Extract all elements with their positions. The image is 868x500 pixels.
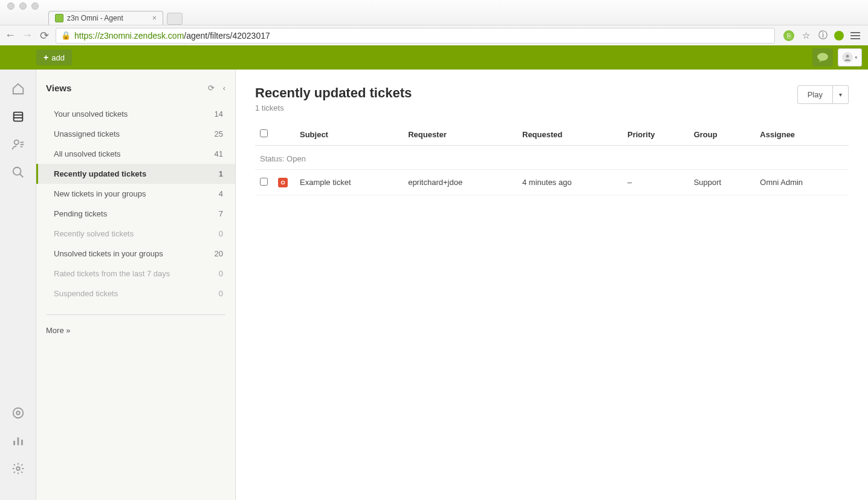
back-button[interactable]: ←	[5, 29, 16, 42]
col-requested[interactable]: Requested	[517, 123, 623, 146]
view-item-label: Unassigned tickets	[54, 129, 120, 138]
window-zoom-icon[interactable]	[31, 2, 39, 10]
views-divider	[46, 314, 225, 315]
view-item[interactable]: All unsolved tickets41	[36, 144, 235, 164]
group-heading: Status: Open	[255, 146, 849, 170]
lock-icon: 🔒	[61, 31, 71, 40]
admin-icon[interactable]	[11, 406, 25, 420]
views-list: Your unsolved tickets14Unassigned ticket…	[46, 104, 225, 304]
cell-requested: 4 minutes ago	[517, 170, 623, 195]
view-item-label: Your unsolved tickets	[54, 109, 128, 119]
select-all-checkbox[interactable]	[260, 129, 268, 137]
views-title: Views	[46, 83, 71, 93]
view-item-count: 1	[219, 169, 223, 178]
tab-close-icon[interactable]: ×	[152, 14, 157, 22]
view-item-count: 20	[215, 249, 223, 258]
table-header-row: Subject Requester Requested Priority Gro…	[255, 123, 849, 146]
view-item-count: 0	[219, 269, 223, 278]
view-item[interactable]: Unassigned tickets25	[36, 124, 235, 144]
view-item-label: New tickets in your groups	[54, 189, 146, 198]
view-item[interactable]: Suspended tickets0	[36, 284, 235, 304]
window-controls	[0, 0, 868, 9]
info-icon[interactable]: ⓘ	[817, 30, 828, 41]
svg-point-14	[13, 408, 23, 418]
cell-requester: epritchard+jdoe	[403, 170, 517, 195]
group-heading-row: Status: Open	[255, 146, 849, 170]
forward-button[interactable]: →	[22, 29, 33, 42]
col-requester[interactable]: Requester	[403, 123, 517, 146]
row-checkbox[interactable]	[260, 178, 268, 186]
col-priority[interactable]: Priority	[623, 123, 689, 146]
new-tab-button[interactable]	[167, 13, 183, 25]
svg-rect-1	[850, 35, 860, 36]
view-item-count: 25	[215, 129, 223, 138]
view-item[interactable]: Recently updated tickets1	[36, 164, 235, 184]
reports-icon[interactable]	[11, 433, 25, 448]
page-title: Recently updated tickets	[255, 85, 412, 101]
chrome-menu-icon[interactable]	[850, 30, 861, 41]
address-bar: ← → ⟳ 🔒 https://z3nomni.zendesk.com/agen…	[0, 25, 868, 45]
view-item[interactable]: Your unsolved tickets14	[36, 104, 235, 124]
view-item-count: 4	[219, 189, 223, 198]
chrome-actions: ⎘ ☆ ⓘ	[781, 30, 863, 41]
view-item-label: Pending tickets	[54, 209, 107, 218]
play-dropdown-button[interactable]: ▾	[833, 85, 849, 104]
add-button[interactable]: + add	[36, 50, 72, 65]
extension-icon[interactable]	[834, 31, 844, 41]
view-item[interactable]: Recently solved tickets0	[36, 224, 235, 244]
col-group[interactable]: Group	[689, 123, 756, 146]
url-host: https://z3nomni.zendesk.com	[74, 31, 184, 41]
customers-icon[interactable]	[11, 137, 25, 152]
view-item[interactable]: Pending tickets7	[36, 204, 235, 224]
browser-chrome: z3n Omni - Agent × ← → ⟳ 🔒 https://z3nom…	[0, 0, 868, 45]
app-body: Views ⟳ ‹ Your unsolved tickets14Unassig…	[0, 70, 868, 500]
views-icon[interactable]	[11, 109, 25, 124]
svg-rect-5	[13, 112, 22, 122]
profile-button[interactable]: ▾	[838, 48, 862, 67]
view-item-count: 0	[219, 289, 223, 298]
window-minimize-icon[interactable]	[19, 2, 27, 10]
favicon-icon	[55, 14, 63, 22]
reload-button[interactable]: ⟳	[39, 29, 50, 42]
evernote-icon[interactable]: ⎘	[783, 30, 794, 41]
view-item-count: 7	[219, 209, 223, 218]
browser-tab[interactable]: z3n Omni - Agent ×	[48, 11, 163, 25]
window-close-icon[interactable]	[7, 2, 15, 10]
svg-rect-2	[850, 38, 860, 39]
view-item-count: 14	[215, 109, 223, 119]
cell-assignee: Omni Admin	[755, 170, 849, 195]
svg-point-12	[13, 167, 21, 175]
play-button[interactable]: Play	[797, 85, 833, 104]
view-item-label: All unsolved tickets	[54, 149, 121, 158]
svg-point-8	[14, 140, 18, 144]
view-item-label: Unsolved tickets in your groups	[54, 249, 163, 258]
view-item[interactable]: New tickets in your groups4	[36, 184, 235, 204]
collapse-icon[interactable]: ‹	[223, 83, 225, 93]
tab-strip: z3n Omni - Agent ×	[0, 9, 868, 25]
url-input[interactable]: 🔒 https://z3nomni.zendesk.com/agent/filt…	[56, 28, 775, 44]
col-assignee[interactable]: Assignee	[755, 123, 849, 146]
svg-point-15	[16, 411, 20, 415]
view-item[interactable]: Unsolved tickets in your groups20	[36, 244, 235, 264]
home-icon[interactable]	[11, 82, 25, 96]
col-subject[interactable]: Subject	[295, 123, 403, 146]
add-label: add	[51, 53, 65, 62]
views-panel: Views ⟳ ‹ Your unsolved tickets14Unassig…	[36, 70, 236, 500]
settings-icon[interactable]	[11, 461, 25, 476]
nav-rail	[0, 70, 36, 500]
more-views-link[interactable]: More »	[46, 326, 225, 335]
svg-point-19	[16, 467, 20, 470]
search-icon[interactable]	[11, 165, 25, 180]
refresh-icon[interactable]: ⟳	[208, 83, 215, 93]
star-icon[interactable]: ☆	[800, 30, 811, 41]
url-path: /agent/filters/42023017	[184, 31, 270, 41]
avatar-icon	[842, 52, 853, 63]
ticket-row[interactable]: OExample ticketepritchard+jdoe4 minutes …	[255, 170, 849, 195]
view-item[interactable]: Rated tickets from the last 7 days0	[36, 264, 235, 284]
svg-line-13	[19, 174, 23, 178]
view-item-label: Rated tickets from the last 7 days	[54, 269, 170, 278]
svg-rect-0	[850, 32, 860, 33]
cell-subject: Example ticket	[295, 170, 403, 195]
tickets-table: Subject Requester Requested Priority Gro…	[255, 123, 849, 195]
chat-button[interactable]	[812, 48, 833, 67]
